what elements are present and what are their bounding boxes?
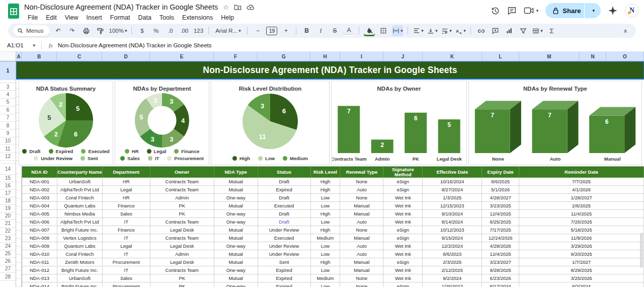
table-cell[interactable]: Draft [258, 210, 311, 218]
table-cell[interactable]: 3/23/2025 [482, 202, 519, 210]
table-cell[interactable]: Wet Ink [383, 218, 423, 226]
table-cell[interactable]: Low [311, 194, 341, 202]
table-cell[interactable]: Wet Ink [383, 202, 423, 210]
table-cell[interactable]: Low [311, 250, 341, 258]
table-cell[interactable]: 4/1/2026 [519, 186, 644, 194]
table-cell[interactable]: Coral Fintech [57, 250, 103, 258]
table-cell[interactable]: Wet Ink [383, 250, 423, 258]
column-header-B[interactable]: B [22, 52, 57, 61]
row-header-24[interactable]: 24 [0, 243, 16, 250]
table-cell[interactable]: Low [311, 202, 341, 210]
strikethrough-button[interactable]: S [329, 25, 340, 36]
paint-format-button[interactable] [95, 25, 106, 36]
menu-view[interactable]: View [61, 13, 82, 22]
table-cell[interactable]: Vertex Logistics [57, 234, 103, 242]
table-cell[interactable]: Auto [340, 218, 383, 226]
row-header-16[interactable]: 16 [0, 182, 16, 190]
table-cell[interactable]: Bright Future Inc. [57, 266, 103, 274]
zoom-control[interactable]: 100%▾ [109, 25, 127, 36]
table-cell[interactable]: eSign [383, 226, 423, 234]
table-cell[interactable]: Contracts Team [150, 234, 214, 242]
row-header-19[interactable]: 19 [0, 205, 16, 212]
table-cell[interactable]: 8/25/2025 [482, 218, 519, 226]
table-cell[interactable]: 9/2/2024 [423, 274, 482, 282]
table-cell[interactable]: NDA-003 [22, 194, 57, 202]
table-cell[interactable]: NDA-009 [22, 242, 57, 250]
table-cell[interactable]: Expired [258, 274, 311, 282]
table-cell[interactable]: Legal [103, 242, 150, 250]
table-cell[interactable]: 12/4/2025 [482, 250, 519, 258]
row-header-18[interactable]: 18 [0, 197, 16, 205]
table-cell[interactable]: IT [103, 218, 150, 226]
table-cell[interactable]: NDA-006 [22, 218, 57, 226]
undo-button[interactable]: ↶ [53, 25, 64, 36]
table-cell[interactable]: Procurement [103, 258, 150, 266]
menus-search-chip[interactable]: Menus [13, 25, 50, 36]
table-cell[interactable]: eSign [383, 282, 423, 287]
column-header-H[interactable]: H [310, 52, 340, 61]
table-cell[interactable]: Auto [340, 250, 383, 258]
column-header-N[interactable]: N [580, 52, 606, 61]
row-header-28[interactable]: 28 [0, 273, 16, 281]
table-cell[interactable]: NDA-013 [22, 274, 57, 282]
collapse-toolbar-button[interactable]: ∧ [620, 25, 631, 36]
table-cell[interactable]: Mutual [214, 258, 258, 266]
table-cell[interactable]: 4/28/2027 [482, 194, 519, 202]
row-header-15[interactable]: 15 [0, 175, 16, 182]
table-cell[interactable]: 9/20/2025 [519, 250, 644, 258]
table-cell[interactable]: Zenith Motors [57, 258, 103, 266]
table-cell[interactable]: Medium [311, 234, 341, 242]
table-cell[interactable]: 10/12/2023 [423, 226, 482, 234]
table-cell[interactable]: Low [311, 218, 341, 226]
table-cell[interactable]: Manual [340, 210, 383, 218]
menu-format[interactable]: Format [107, 13, 134, 22]
table-cell[interactable]: Mutual [214, 226, 258, 234]
table-cell[interactable]: Auto [340, 242, 383, 250]
row-header-10[interactable]: 10 [0, 137, 16, 145]
table-cell[interactable]: 6/23/2026 [482, 274, 519, 282]
table-cell[interactable]: PK [150, 210, 214, 218]
user-avatar[interactable]: N [625, 4, 639, 18]
format-currency-button[interactable]: $ [136, 25, 147, 36]
redo-button[interactable]: ↷ [67, 25, 78, 36]
column-header-G[interactable]: G [258, 52, 310, 61]
table-header-cell[interactable]: NDA ID [22, 167, 57, 178]
table-cell[interactable]: NDA-011 [22, 258, 57, 266]
table-cell[interactable]: 9/10/2024 [423, 210, 482, 218]
table-cell[interactable]: Low [311, 266, 341, 274]
table-cell[interactable]: High [311, 186, 341, 194]
vertical-align-button[interactable]: ▾ [427, 25, 438, 36]
italic-button[interactable]: I [315, 25, 326, 36]
table-cell[interactable]: Auto [340, 186, 383, 194]
table-cell[interactable]: Wet Ink [383, 242, 423, 250]
table-cell[interactable]: High [311, 210, 341, 218]
table-cell[interactable]: 3/25/2026 [519, 274, 644, 282]
table-cell[interactable]: Finance [103, 226, 150, 234]
table-cell[interactable]: Executed [258, 202, 311, 210]
table-cell[interactable]: One-way [214, 218, 258, 226]
table-header-cell[interactable]: Risk Level [311, 167, 341, 178]
increase-font-size-button[interactable]: + [280, 25, 291, 36]
table-cell[interactable]: Expired [258, 186, 311, 194]
table-cell[interactable]: NDA-014 [22, 282, 57, 287]
table-cell[interactable]: One-way [214, 242, 258, 250]
table-cell[interactable]: eSign [383, 178, 423, 186]
table-cell[interactable]: 7/17/2025 [482, 226, 519, 234]
gemini-sparkle-icon[interactable] [608, 6, 618, 16]
row-header-25[interactable]: 25 [0, 250, 16, 258]
table-cell[interactable]: 8/29/2025 [519, 266, 644, 274]
table-cell[interactable]: Draft [258, 178, 311, 186]
table-cell[interactable]: 3/23/2027 [482, 258, 519, 266]
table-cell[interactable]: Draft [258, 194, 311, 202]
table-header-cell[interactable]: Owner [150, 167, 214, 178]
name-box-caret-icon[interactable]: ▾ [33, 43, 35, 48]
column-header-J[interactable]: J [383, 52, 423, 61]
table-cell[interactable]: 11/9/2026 [519, 234, 644, 242]
table-cell[interactable]: 12/24/2026 [482, 234, 519, 242]
insert-comment-button[interactable] [490, 25, 501, 36]
print-button[interactable] [81, 25, 92, 36]
table-cell[interactable]: 8/27/2024 [423, 186, 482, 194]
table-cell[interactable]: Manual [340, 234, 383, 242]
table-cell[interactable]: Sales [103, 274, 150, 282]
table-cell[interactable]: High [311, 226, 341, 234]
